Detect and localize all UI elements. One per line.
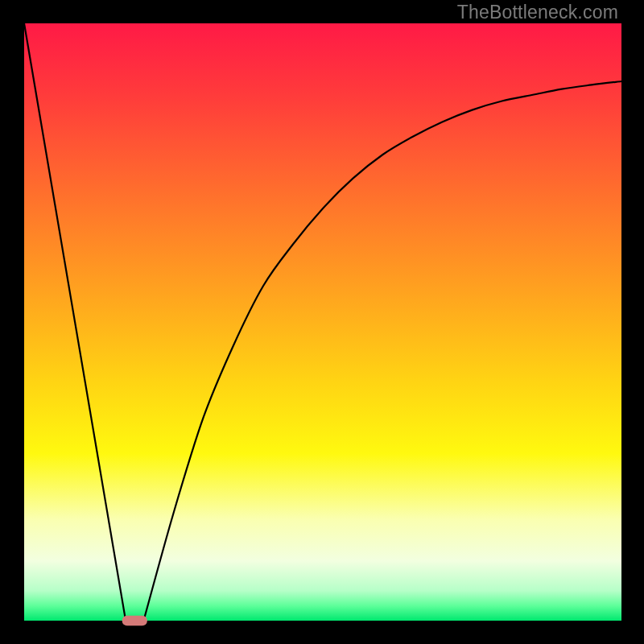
chart-frame: TheBottleneck.com xyxy=(0,0,644,644)
minimum-marker xyxy=(122,616,147,626)
bottleneck-chart xyxy=(0,0,644,644)
watermark-text: TheBottleneck.com xyxy=(457,2,618,23)
plot-background xyxy=(24,23,621,621)
